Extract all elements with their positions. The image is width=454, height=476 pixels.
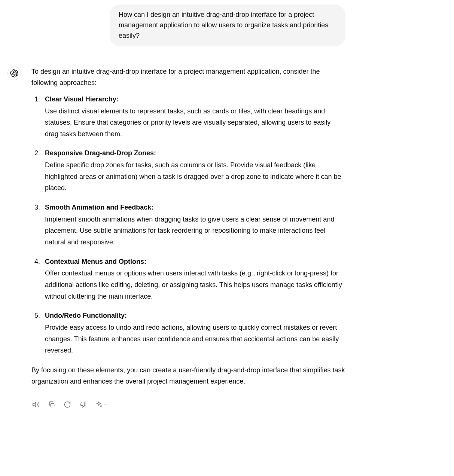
point-body: Implement smooth animations when draggin… xyxy=(45,214,346,248)
refresh-icon xyxy=(64,401,71,408)
change-model-button[interactable] xyxy=(94,400,109,409)
assistant-outro: By focusing on these elements, you can c… xyxy=(31,364,346,387)
regenerate-button[interactable] xyxy=(63,400,72,409)
speaker-icon xyxy=(32,401,40,408)
point-body: Provide easy access to undo and redo act… xyxy=(45,322,346,356)
assistant-message: To design an intuitive drag-and-drop int… xyxy=(31,66,346,409)
user-message: How can I design an intuitive drag-and-d… xyxy=(110,4,345,46)
copy-icon xyxy=(48,401,55,408)
read-aloud-button[interactable] xyxy=(31,400,40,409)
list-item: Undo/Redo Functionality: Provide easy ac… xyxy=(45,310,346,356)
point-body: Define specific drop zones for tasks, su… xyxy=(45,159,346,194)
assistant-avatar xyxy=(7,67,21,80)
point-body: Use distinct visual elements to represen… xyxy=(45,106,346,140)
message-action-bar xyxy=(31,400,346,409)
point-title: Smooth Animation and Feedback: xyxy=(45,204,153,211)
assistant-points-list: Clear Visual Hierarchy: Use distinct vis… xyxy=(31,94,346,356)
list-item: Contextual Menus and Options: Offer cont… xyxy=(45,256,346,302)
sparkle-icon xyxy=(95,401,103,408)
openai-logo-icon xyxy=(10,69,18,77)
list-item: Responsive Drag-and-Drop Zones: Define s… xyxy=(45,148,346,194)
point-title: Contextual Menus and Options: xyxy=(45,258,146,265)
bad-response-button[interactable] xyxy=(79,400,88,409)
point-title: Responsive Drag-and-Drop Zones: xyxy=(45,149,156,157)
point-title: Undo/Redo Functionality: xyxy=(45,312,127,319)
assistant-intro: To design an intuitive drag-and-drop int… xyxy=(31,66,346,89)
list-item: Clear Visual Hierarchy: Use distinct vis… xyxy=(45,94,346,140)
chevron-down-icon xyxy=(103,402,108,407)
svg-rect-0 xyxy=(51,403,54,407)
copy-button[interactable] xyxy=(47,400,56,409)
point-body: Offer contextual menus or options when u… xyxy=(45,268,346,302)
list-item: Smooth Animation and Feedback: Implement… xyxy=(45,202,346,248)
point-title: Clear Visual Hierarchy: xyxy=(45,95,119,103)
thumbs-down-icon xyxy=(79,401,87,408)
